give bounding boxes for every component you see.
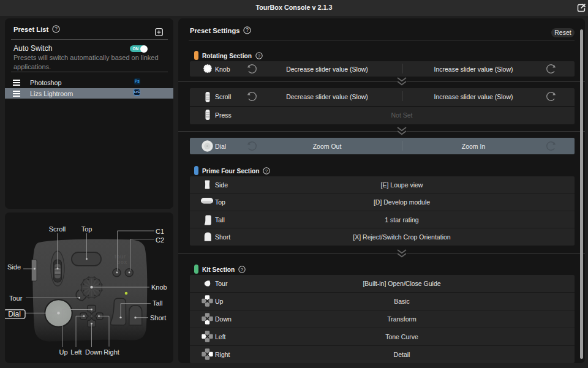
svg-text:Side: Side	[7, 263, 21, 271]
svg-text:Short: Short	[150, 314, 166, 321]
svg-text:Top: Top	[81, 225, 92, 233]
svg-text:?: ?	[258, 53, 261, 59]
svg-text:?: ?	[246, 27, 249, 33]
svg-text:Up: Up	[59, 348, 67, 356]
svg-text:Down: Down	[85, 348, 102, 356]
svg-text:C1: C1	[156, 228, 164, 235]
svg-text:C2: C2	[156, 236, 164, 244]
svg-text:?: ?	[265, 168, 268, 174]
svg-text:box: box	[117, 259, 127, 265]
svg-text:Right: Right	[104, 348, 119, 356]
svg-text:Knob: Knob	[151, 284, 167, 291]
svg-text:?: ?	[241, 267, 244, 272]
svg-text:Left: Left	[70, 348, 81, 356]
svg-text:Tour: Tour	[9, 295, 23, 302]
svg-text:Scroll: Scroll	[49, 225, 66, 233]
svg-text:?: ?	[55, 26, 58, 32]
svg-text:Tall: Tall	[153, 299, 163, 307]
svg-text:Dial: Dial	[8, 310, 21, 318]
